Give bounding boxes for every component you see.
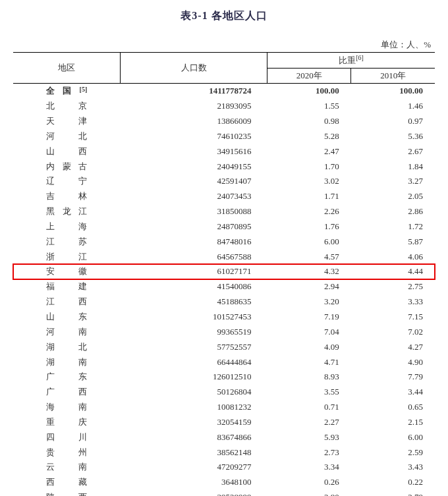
value-cell: 2.26 bbox=[267, 204, 351, 219]
table-row: 海南100812320.710.65 bbox=[13, 400, 435, 415]
value-cell: 100.00 bbox=[267, 84, 351, 99]
value-cell: 1.55 bbox=[267, 99, 351, 114]
region-cell: 浙江 bbox=[13, 250, 121, 265]
value-cell: 24049155 bbox=[121, 159, 267, 175]
value-cell: 38562148 bbox=[121, 445, 267, 460]
value-cell: 3.27 bbox=[351, 174, 435, 189]
region-cell: 上海 bbox=[13, 219, 121, 234]
value-cell: 2.47 bbox=[267, 144, 351, 159]
value-cell: 101527453 bbox=[121, 310, 267, 325]
region-cell: 北京 bbox=[13, 99, 121, 114]
value-cell: 39528999 bbox=[121, 490, 267, 496]
value-cell: 3.55 bbox=[267, 385, 351, 400]
value-cell: 7.04 bbox=[267, 325, 351, 340]
value-cell: 0.22 bbox=[351, 475, 435, 490]
header-2020: 2020年 bbox=[267, 69, 351, 84]
table-row: 河南993655197.047.02 bbox=[13, 325, 435, 340]
value-cell: 4.44 bbox=[351, 264, 435, 279]
value-cell: 2.27 bbox=[267, 415, 351, 430]
value-cell: 2.79 bbox=[351, 490, 435, 496]
value-cell: 4.32 bbox=[267, 264, 351, 279]
value-cell: 0.26 bbox=[267, 475, 351, 490]
table-row: 天津138660090.980.97 bbox=[13, 114, 435, 129]
table-row: 云南472092773.343.43 bbox=[13, 460, 435, 475]
value-cell: 64567588 bbox=[121, 250, 267, 265]
region-cell: 西藏 bbox=[13, 475, 121, 490]
value-cell: 3.43 bbox=[351, 460, 435, 475]
region-cell: 吉林 bbox=[13, 189, 121, 204]
region-cell: 广东 bbox=[13, 370, 121, 385]
value-cell: 84748016 bbox=[121, 234, 267, 250]
region-cell: 江苏 bbox=[13, 234, 121, 250]
table-row: 贵州385621482.732.59 bbox=[13, 445, 435, 460]
region-cell: 贵州 bbox=[13, 445, 121, 460]
value-cell: 4.57 bbox=[267, 250, 351, 265]
unit-label: 单位：人、% bbox=[13, 39, 435, 51]
population-table: 地区 人口数 比重[6] 2020年 2010年 全国[5]1411778724… bbox=[13, 52, 435, 496]
value-cell: 50126804 bbox=[121, 385, 267, 400]
region-cell: 河北 bbox=[13, 129, 121, 144]
region-cell: 重庆 bbox=[13, 415, 121, 430]
value-cell: 0.65 bbox=[351, 400, 435, 415]
region-cell: 云南 bbox=[13, 460, 121, 475]
value-cell: 3648100 bbox=[121, 475, 267, 490]
value-cell: 2.73 bbox=[267, 445, 351, 460]
value-cell: 7.79 bbox=[351, 370, 435, 385]
value-cell: 8.93 bbox=[267, 370, 351, 385]
value-cell: 0.97 bbox=[351, 114, 435, 129]
value-cell: 83674866 bbox=[121, 430, 267, 445]
value-cell: 41540086 bbox=[121, 279, 267, 294]
value-cell: 3.02 bbox=[267, 174, 351, 189]
region-cell: 山西 bbox=[13, 144, 121, 159]
region-cell: 湖北 bbox=[13, 340, 121, 355]
value-cell: 45188635 bbox=[121, 294, 267, 310]
value-cell: 1.46 bbox=[351, 99, 435, 114]
value-cell: 4.71 bbox=[267, 355, 351, 370]
table-row: 福建415400862.942.75 bbox=[13, 279, 435, 294]
region-cell: 福建 bbox=[13, 279, 121, 294]
header-weight: 比重[6] bbox=[267, 53, 435, 69]
value-cell: 47209277 bbox=[121, 460, 267, 475]
value-cell: 2.75 bbox=[351, 279, 435, 294]
value-cell: 126012510 bbox=[121, 370, 267, 385]
value-cell: 2.05 bbox=[351, 189, 435, 204]
table-row: 黑龙江318500882.262.86 bbox=[13, 204, 435, 219]
table-row: 江西451886353.203.33 bbox=[13, 294, 435, 310]
value-cell: 2.67 bbox=[351, 144, 435, 159]
table-row: 湖南664448644.714.90 bbox=[13, 355, 435, 370]
value-cell: 100.00 bbox=[351, 84, 435, 99]
value-cell: 21893095 bbox=[121, 99, 267, 114]
value-cell: 5.28 bbox=[267, 129, 351, 144]
table-row: 江苏847480166.005.87 bbox=[13, 234, 435, 250]
table-row: 重庆320541592.272.15 bbox=[13, 415, 435, 430]
value-cell: 1.72 bbox=[351, 219, 435, 234]
table-row: 安徽610271714.324.44 bbox=[13, 264, 435, 279]
region-cell: 山东 bbox=[13, 310, 121, 325]
header-2010: 2010年 bbox=[351, 69, 435, 84]
value-cell: 4.06 bbox=[351, 250, 435, 265]
value-cell: 5.93 bbox=[267, 430, 351, 445]
value-cell: 32054159 bbox=[121, 415, 267, 430]
value-cell: 1.70 bbox=[267, 159, 351, 175]
value-cell: 2.94 bbox=[267, 279, 351, 294]
value-cell: 10081232 bbox=[121, 400, 267, 415]
table-row: 广东1260125108.937.79 bbox=[13, 370, 435, 385]
region-cell: 河南 bbox=[13, 325, 121, 340]
value-cell: 1.84 bbox=[351, 159, 435, 175]
value-cell: 2.86 bbox=[351, 204, 435, 219]
value-cell: 31850088 bbox=[121, 204, 267, 219]
value-cell: 7.19 bbox=[267, 310, 351, 325]
table-title: 表3-1 各地区人口 bbox=[13, 9, 435, 23]
table-row: 北京218930951.551.46 bbox=[13, 99, 435, 114]
table-row: 辽宁425914073.023.27 bbox=[13, 174, 435, 189]
table-row: 四川836748665.936.00 bbox=[13, 430, 435, 445]
region-cell: 全国[5] bbox=[13, 84, 121, 99]
value-cell: 57752557 bbox=[121, 340, 267, 355]
region-cell: 海南 bbox=[13, 400, 121, 415]
value-cell: 4.09 bbox=[267, 340, 351, 355]
region-cell: 四川 bbox=[13, 430, 121, 445]
value-cell: 13866009 bbox=[121, 114, 267, 129]
value-cell: 1411778724 bbox=[121, 84, 267, 99]
header-region: 地区 bbox=[13, 53, 121, 84]
value-cell: 2.15 bbox=[351, 415, 435, 430]
